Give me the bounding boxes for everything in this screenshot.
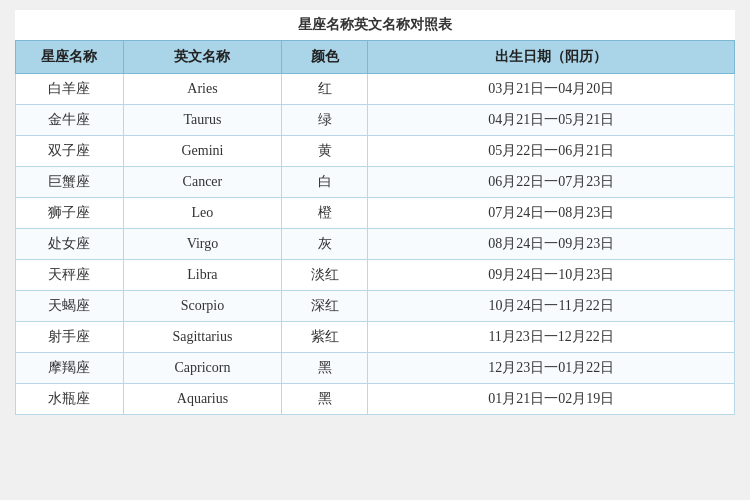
cell-color: 黄	[282, 136, 368, 167]
cell-en-name: Capricorn	[123, 353, 281, 384]
cell-cn-name: 水瓶座	[16, 384, 124, 415]
cell-cn-name: 射手座	[16, 322, 124, 353]
table-row: 天秤座Libra淡红09月24日一10月23日	[16, 260, 735, 291]
cell-color: 橙	[282, 198, 368, 229]
table-header-row: 星座名称 英文名称 颜色 出生日期（阳历）	[16, 41, 735, 74]
table-row: 巨蟹座Cancer白06月22日一07月23日	[16, 167, 735, 198]
cell-date: 08月24日一09月23日	[368, 229, 735, 260]
cell-en-name: Leo	[123, 198, 281, 229]
cell-color: 绿	[282, 105, 368, 136]
table-row: 双子座Gemini黄05月22日一06月21日	[16, 136, 735, 167]
cell-date: 12月23日一01月22日	[368, 353, 735, 384]
cell-color: 紫红	[282, 322, 368, 353]
cell-cn-name: 白羊座	[16, 74, 124, 105]
cell-cn-name: 摩羯座	[16, 353, 124, 384]
header-en-name: 英文名称	[123, 41, 281, 74]
cell-en-name: Cancer	[123, 167, 281, 198]
table-row: 水瓶座Aquarius黑01月21日一02月19日	[16, 384, 735, 415]
cell-cn-name: 巨蟹座	[16, 167, 124, 198]
table-row: 白羊座Aries红03月21日一04月20日	[16, 74, 735, 105]
cell-cn-name: 天蝎座	[16, 291, 124, 322]
cell-date: 10月24日一11月22日	[368, 291, 735, 322]
cell-date: 04月21日一05月21日	[368, 105, 735, 136]
cell-en-name: Libra	[123, 260, 281, 291]
cell-en-name: Sagittarius	[123, 322, 281, 353]
cell-color: 白	[282, 167, 368, 198]
cell-color: 淡红	[282, 260, 368, 291]
cell-en-name: Aries	[123, 74, 281, 105]
cell-date: 11月23日一12月22日	[368, 322, 735, 353]
table-row: 金牛座Taurus绿04月21日一05月21日	[16, 105, 735, 136]
cell-date: 07月24日一08月23日	[368, 198, 735, 229]
cell-color: 红	[282, 74, 368, 105]
table-row: 处女座Virgo灰08月24日一09月23日	[16, 229, 735, 260]
cell-en-name: Scorpio	[123, 291, 281, 322]
cell-color: 黑	[282, 353, 368, 384]
cell-en-name: Gemini	[123, 136, 281, 167]
table-body: 白羊座Aries红03月21日一04月20日金牛座Taurus绿04月21日一0…	[16, 74, 735, 415]
cell-cn-name: 处女座	[16, 229, 124, 260]
table-row: 射手座Sagittarius紫红11月23日一12月22日	[16, 322, 735, 353]
zodiac-table: 星座名称 英文名称 颜色 出生日期（阳历） 白羊座Aries红03月21日一04…	[15, 40, 735, 415]
cell-color: 深红	[282, 291, 368, 322]
table-row: 天蝎座Scorpio深红10月24日一11月22日	[16, 291, 735, 322]
header-cn-name: 星座名称	[16, 41, 124, 74]
cell-cn-name: 双子座	[16, 136, 124, 167]
table-row: 摩羯座Capricorn黑12月23日一01月22日	[16, 353, 735, 384]
main-container: 星座名称英文名称对照表 星座名称 英文名称 颜色 出生日期（阳历） 白羊座Ari…	[15, 10, 735, 415]
cell-date: 05月22日一06月21日	[368, 136, 735, 167]
cell-cn-name: 天秤座	[16, 260, 124, 291]
cell-date: 09月24日一10月23日	[368, 260, 735, 291]
cell-color: 黑	[282, 384, 368, 415]
table-row: 狮子座Leo橙07月24日一08月23日	[16, 198, 735, 229]
cell-en-name: Aquarius	[123, 384, 281, 415]
cell-date: 03月21日一04月20日	[368, 74, 735, 105]
cell-cn-name: 狮子座	[16, 198, 124, 229]
cell-cn-name: 金牛座	[16, 105, 124, 136]
header-color: 颜色	[282, 41, 368, 74]
cell-en-name: Virgo	[123, 229, 281, 260]
cell-en-name: Taurus	[123, 105, 281, 136]
cell-color: 灰	[282, 229, 368, 260]
page-title: 星座名称英文名称对照表	[15, 10, 735, 40]
header-date: 出生日期（阳历）	[368, 41, 735, 74]
cell-date: 01月21日一02月19日	[368, 384, 735, 415]
cell-date: 06月22日一07月23日	[368, 167, 735, 198]
